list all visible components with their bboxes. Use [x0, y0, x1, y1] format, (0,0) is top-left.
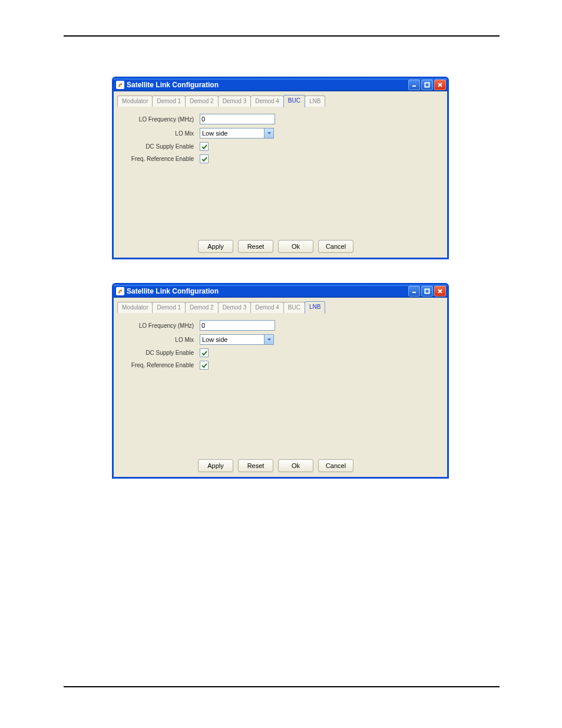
ok-button[interactable]: Ok — [278, 240, 313, 253]
tab-demod-2[interactable]: Demod 2 — [185, 302, 219, 313]
maximize-button[interactable] — [421, 80, 433, 90]
tab-lnb[interactable]: LNB — [305, 95, 325, 107]
svg-point-5 — [118, 292, 120, 294]
tab-buc[interactable]: BUC — [283, 302, 305, 313]
chevron-down-icon — [264, 335, 273, 344]
chevron-down-icon — [264, 129, 273, 138]
lo-frequency-input[interactable] — [200, 320, 275, 331]
freq-reference-label: Freq. Reference Enable — [117, 362, 200, 368]
tab-buc[interactable]: BUC — [283, 95, 305, 107]
tab-panel: LO Frequency (MHz) LO Mix Low side DC Su… — [117, 107, 444, 232]
tab-modulator[interactable]: Modulator — [117, 302, 153, 313]
lo-mix-select[interactable]: Low side — [200, 334, 274, 345]
cancel-button[interactable]: Cancel — [318, 240, 353, 253]
close-button[interactable] — [434, 80, 446, 90]
dc-supply-label: DC Supply Enable — [117, 143, 200, 150]
app-icon — [116, 287, 124, 295]
window-title: Satellite Link Configuration — [127, 81, 408, 89]
reset-button[interactable]: Reset — [238, 240, 273, 253]
tab-demod-4[interactable]: Demod 4 — [250, 95, 284, 107]
titlebar[interactable]: Satellite Link Configuration — [114, 285, 447, 298]
lo-mix-value: Low side — [200, 336, 264, 343]
lo-frequency-label: LO Frequency (MHz) — [117, 116, 200, 123]
footer-divider — [64, 686, 500, 687]
freq-reference-checkbox[interactable] — [200, 154, 209, 163]
dc-supply-checkbox[interactable] — [200, 348, 209, 357]
apply-button[interactable]: Apply — [198, 240, 233, 253]
svg-point-0 — [118, 86, 120, 87]
freq-reference-checkbox[interactable] — [200, 361, 209, 370]
tab-modulator[interactable]: Modulator — [117, 95, 153, 107]
lo-mix-value: Low side — [200, 130, 264, 137]
satellite-config-window-lnb: Satellite Link Configuration Modulator D… — [112, 283, 449, 479]
tab-demod-4[interactable]: Demod 4 — [250, 302, 284, 313]
lo-frequency-label: LO Frequency (MHz) — [117, 322, 200, 329]
tab-demod-3[interactable]: Demod 3 — [218, 302, 252, 313]
ok-button[interactable]: Ok — [278, 459, 313, 472]
dc-supply-label: DC Supply Enable — [117, 350, 200, 356]
minimize-button[interactable] — [408, 80, 420, 90]
tabstrip: Modulator Demod 1 Demod 2 Demod 3 Demod … — [117, 301, 444, 313]
tab-panel: LO Frequency (MHz) LO Mix Low side DC Su… — [117, 313, 444, 451]
svg-rect-7 — [425, 289, 429, 294]
header-divider — [64, 35, 500, 37]
tabstrip: Modulator Demod 1 Demod 2 Demod 3 Demod … — [117, 95, 444, 107]
dc-supply-checkbox[interactable] — [200, 142, 209, 151]
app-icon — [116, 81, 124, 89]
minimize-button[interactable] — [408, 286, 420, 297]
tab-demod-1[interactable]: Demod 1 — [152, 302, 186, 313]
tab-demod-1[interactable]: Demod 1 — [152, 95, 186, 107]
tab-demod-2[interactable]: Demod 2 — [185, 95, 219, 107]
lo-mix-label: LO Mix — [117, 130, 200, 137]
tab-demod-3[interactable]: Demod 3 — [218, 95, 252, 107]
satellite-config-window-buc: Satellite Link Configuration Modulator D… — [112, 77, 449, 259]
button-row: Apply Reset Ok Cancel — [190, 454, 361, 477]
lo-frequency-input[interactable] — [200, 114, 275, 124]
freq-reference-label: Freq. Reference Enable — [117, 156, 200, 162]
maximize-button[interactable] — [421, 286, 433, 297]
lo-mix-select[interactable]: Low side — [200, 128, 274, 139]
cancel-button[interactable]: Cancel — [318, 459, 353, 472]
close-button[interactable] — [434, 286, 446, 297]
tab-lnb[interactable]: LNB — [305, 301, 325, 314]
lo-mix-label: LO Mix — [117, 337, 200, 343]
svg-rect-2 — [425, 83, 429, 87]
reset-button[interactable]: Reset — [238, 459, 273, 472]
button-row: Apply Reset Ok Cancel — [190, 235, 361, 258]
apply-button[interactable]: Apply — [198, 459, 233, 472]
titlebar[interactable]: Satellite Link Configuration — [114, 78, 447, 91]
window-title: Satellite Link Configuration — [127, 287, 408, 295]
